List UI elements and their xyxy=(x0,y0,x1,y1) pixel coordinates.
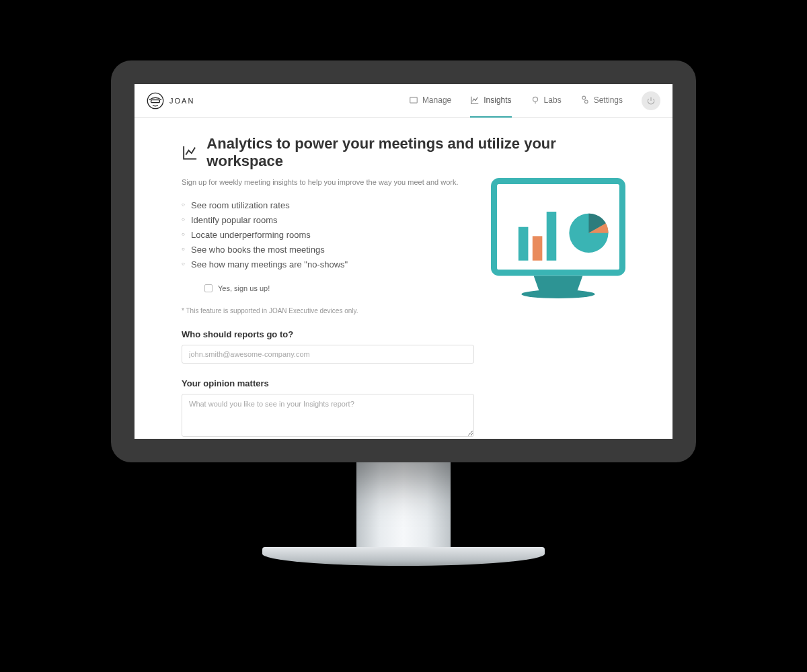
app-screen: JOAN Manage Insights xyxy=(134,84,672,439)
joan-logo-icon xyxy=(147,92,164,110)
svg-rect-1 xyxy=(151,99,160,102)
page-title-text: Analytics to power your meetings and uti… xyxy=(206,135,625,170)
brand-name: JOAN xyxy=(169,97,194,105)
nav-insights-label: Insights xyxy=(484,84,511,117)
svg-point-12 xyxy=(521,290,594,298)
nav-insights[interactable]: Insights xyxy=(470,84,511,118)
feature-footnote: * This feature is supported in JOAN Exec… xyxy=(182,307,625,314)
signup-label: Yes, sign us up! xyxy=(218,284,270,292)
nav-settings-label: Settings xyxy=(594,84,623,117)
manage-icon xyxy=(409,95,418,105)
labs-icon xyxy=(531,95,540,105)
power-button[interactable] xyxy=(642,91,660,110)
monitor-bezel: JOAN Manage Insights xyxy=(111,60,696,462)
svg-rect-2 xyxy=(410,97,418,102)
insights-icon xyxy=(470,95,479,105)
reports-heading: Who should reports go to? xyxy=(182,329,625,339)
monitor-stand-neck xyxy=(356,462,451,550)
nav-manage[interactable]: Manage xyxy=(409,84,451,118)
page-title: Analytics to power your meetings and uti… xyxy=(182,135,625,170)
nav-settings[interactable]: Settings xyxy=(580,84,623,118)
svg-point-3 xyxy=(533,97,537,101)
opinion-heading: Your opinion matters xyxy=(182,378,625,388)
top-nav: JOAN Manage Insights xyxy=(134,84,672,118)
page-content: Analytics to power your meetings and uti… xyxy=(134,118,672,439)
opinion-textarea[interactable] xyxy=(182,394,474,437)
settings-icon xyxy=(580,95,590,105)
svg-rect-9 xyxy=(533,236,543,260)
nav-labs-label: Labs xyxy=(544,84,562,117)
nav-manage-label: Manage xyxy=(422,84,451,117)
monitor-stand-base xyxy=(262,547,545,566)
monitor-chart-icon xyxy=(491,178,625,300)
power-icon xyxy=(646,96,656,106)
chart-line-icon xyxy=(182,144,198,161)
signup-checkbox[interactable] xyxy=(204,284,213,292)
analytics-illustration xyxy=(491,178,625,303)
reports-email-input[interactable] xyxy=(182,345,474,364)
svg-point-5 xyxy=(582,96,586,99)
brand[interactable]: JOAN xyxy=(147,92,194,110)
svg-rect-8 xyxy=(518,227,529,261)
svg-rect-10 xyxy=(547,212,557,261)
nav-labs[interactable]: Labs xyxy=(531,84,562,118)
svg-point-6 xyxy=(584,100,588,103)
nav-menu: Manage Insights Labs xyxy=(409,84,660,118)
